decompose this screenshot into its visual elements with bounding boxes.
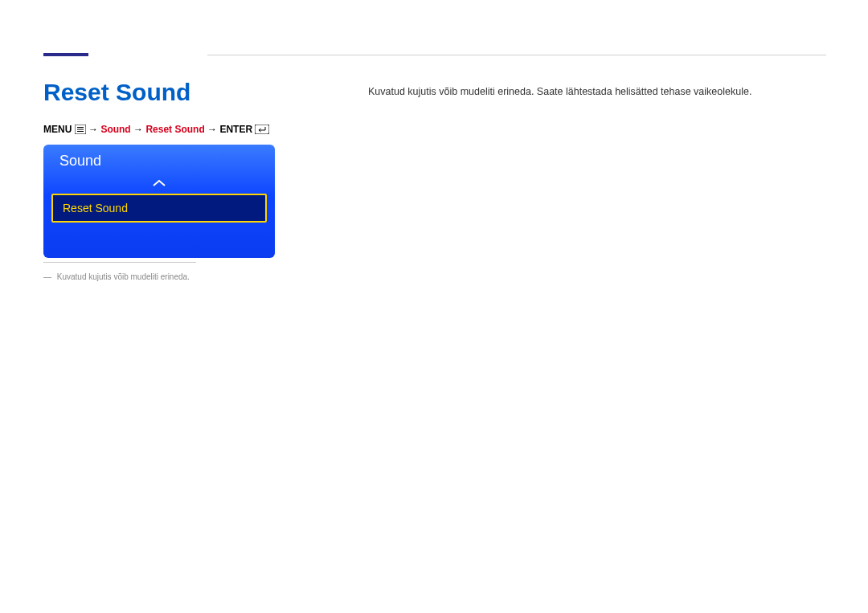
osd-menu-bottom bbox=[43, 227, 275, 258]
scroll-up-button[interactable] bbox=[43, 173, 275, 194]
osd-menu-card: Sound Reset Sound bbox=[43, 145, 275, 258]
horizontal-rule bbox=[207, 55, 826, 55]
footnote-dash: ― bbox=[43, 272, 51, 281]
breadcrumb-arrow: → bbox=[88, 124, 98, 135]
accent-bar bbox=[43, 53, 88, 56]
osd-menu-title: Sound bbox=[43, 145, 275, 173]
page-title: Reset Sound bbox=[43, 79, 190, 106]
chevron-up-icon bbox=[152, 178, 166, 188]
breadcrumb-reset-sound: Reset Sound bbox=[145, 124, 204, 135]
breadcrumb-arrow: → bbox=[133, 124, 143, 135]
body-text: Kuvatud kujutis võib mudeliti erineda. S… bbox=[368, 84, 818, 100]
breadcrumb: MENU → Sound → Reset Sound → ENTER bbox=[43, 124, 269, 135]
enter-icon bbox=[255, 125, 269, 134]
footnote: ― Kuvatud kujutis võib mudeliti erineda. bbox=[43, 262, 196, 281]
menu-icon bbox=[75, 125, 86, 134]
osd-menu-item-reset-sound[interactable]: Reset Sound bbox=[51, 194, 267, 223]
breadcrumb-menu: MENU bbox=[43, 124, 72, 135]
breadcrumb-sound: Sound bbox=[100, 124, 130, 135]
breadcrumb-arrow: → bbox=[207, 124, 217, 135]
breadcrumb-enter: ENTER bbox=[219, 124, 252, 135]
footnote-text: Kuvatud kujutis võib mudeliti erineda. bbox=[57, 272, 190, 281]
svg-rect-4 bbox=[255, 125, 269, 134]
